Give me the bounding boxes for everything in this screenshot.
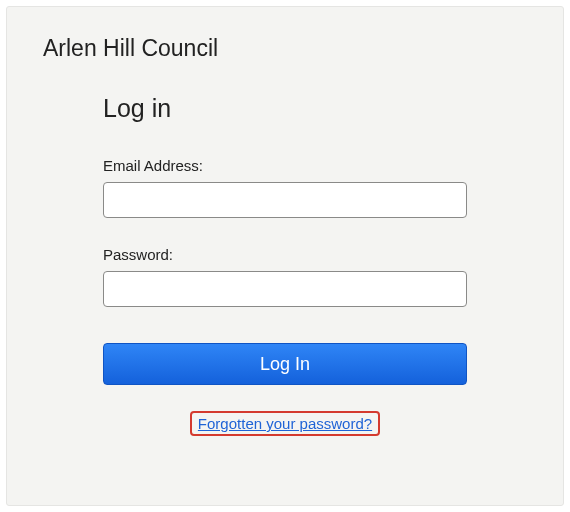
password-label: Password: <box>103 246 467 263</box>
forgot-row: Forgotten your password? <box>103 411 467 436</box>
forgot-password-link[interactable]: Forgotten your password? <box>190 411 380 436</box>
login-heading: Log in <box>103 94 467 123</box>
password-input[interactable] <box>103 271 467 307</box>
email-field-group: Email Address: <box>103 157 467 218</box>
login-button[interactable]: Log In <box>103 343 467 385</box>
login-panel: Arlen Hill Council Log in Email Address:… <box>6 6 564 506</box>
email-label: Email Address: <box>103 157 467 174</box>
password-field-group: Password: <box>103 246 467 307</box>
login-section: Log in Email Address: Password: Log In F… <box>43 94 527 436</box>
org-title: Arlen Hill Council <box>43 35 527 62</box>
email-input[interactable] <box>103 182 467 218</box>
